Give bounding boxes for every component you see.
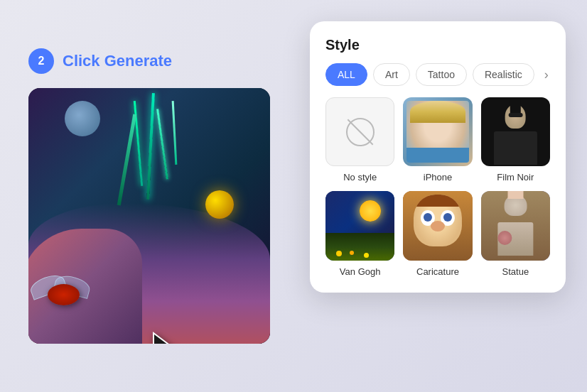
fn-suit: [494, 131, 537, 165]
vg-swirl: [360, 200, 381, 222]
left-section: 2 Click Generate: [28, 48, 298, 344]
style-item-no-style[interactable]: No style: [325, 97, 394, 183]
bug-character: [41, 270, 97, 305]
crystal-3: [156, 109, 168, 179]
style-label-film-noir: Film Noir: [497, 172, 534, 183]
style-label-statue: Statue: [502, 266, 529, 277]
style-item-iphone[interactable]: iPhone: [403, 97, 472, 183]
planet-decoration: [65, 101, 100, 136]
style-label-caricature: Caricature: [416, 266, 459, 277]
statue-head: [505, 195, 527, 216]
vg-sky: [325, 191, 394, 236]
style-thumb-no-style: [325, 97, 394, 166]
style-item-van-gogh[interactable]: Van Gogh: [325, 191, 394, 276]
vg-flower-3: [364, 253, 369, 258]
vg-flower-2: [350, 251, 354, 255]
slash-icon: [346, 118, 375, 146]
car-hair: [414, 195, 462, 207]
style-thumb-caricature: [403, 191, 472, 260]
style-thumb-film-noir: [481, 97, 550, 166]
style-label-van-gogh: Van Gogh: [340, 266, 381, 277]
vg-field: [325, 233, 394, 261]
fn-hat-brim: [508, 113, 522, 117]
statue-figure: [493, 195, 538, 256]
style-thumb-van-gogh: [325, 191, 394, 260]
style-label-no-style: No style: [343, 172, 377, 183]
iphone-woman-shirt: [406, 148, 469, 163]
iphone-woman-face: [406, 101, 469, 163]
car-pupil-right: [443, 213, 452, 222]
step-header: 2 Click Generate: [28, 48, 298, 74]
bug-abdomen: [48, 284, 80, 305]
fn-head: [505, 104, 526, 129]
step-title: Click Generate: [63, 52, 172, 70]
statue-flowers: [497, 231, 512, 245]
slash-line: [347, 119, 373, 145]
style-thumb-statue: [481, 191, 550, 260]
style-grid: No style iPhone: [325, 97, 550, 277]
scene-image: [28, 88, 270, 344]
panel-title: Style: [325, 37, 550, 53]
fn-hat: [510, 99, 521, 113]
orb-sphere: [205, 190, 234, 219]
statue-crown: [507, 191, 523, 199]
filter-tabs: ALL Art Tattoo Realistic ›: [325, 63, 550, 86]
car-nose: [431, 221, 445, 232]
style-item-film-noir[interactable]: Film Noir: [481, 97, 550, 183]
tab-tattoo[interactable]: Tattoo: [416, 63, 467, 86]
more-tabs-button[interactable]: ›: [540, 65, 553, 85]
vg-flower-1: [336, 251, 342, 256]
style-item-statue[interactable]: Statue: [481, 191, 550, 276]
style-item-caricature[interactable]: Caricature: [403, 191, 472, 276]
style-panel: Style ALL Art Tattoo Realistic › No styl…: [310, 21, 566, 293]
style-thumb-iphone: [403, 97, 472, 166]
crystal-5: [172, 101, 178, 165]
step-badge: 2: [28, 48, 54, 74]
tab-art[interactable]: Art: [373, 63, 410, 86]
film-noir-man: [491, 104, 539, 165]
image-card: [28, 88, 270, 344]
statue-body: [497, 222, 534, 256]
car-face: [414, 195, 462, 246]
iphone-woman-hair: [410, 101, 466, 123]
car-pupil-left: [424, 213, 432, 222]
main-container: 2 Click Generate: [0, 0, 587, 392]
style-label-iphone: iPhone: [424, 172, 452, 183]
crystal-2: [146, 93, 155, 200]
tab-all[interactable]: ALL: [325, 63, 367, 86]
crystal-4: [117, 114, 136, 206]
tab-realistic[interactable]: Realistic: [473, 63, 534, 86]
